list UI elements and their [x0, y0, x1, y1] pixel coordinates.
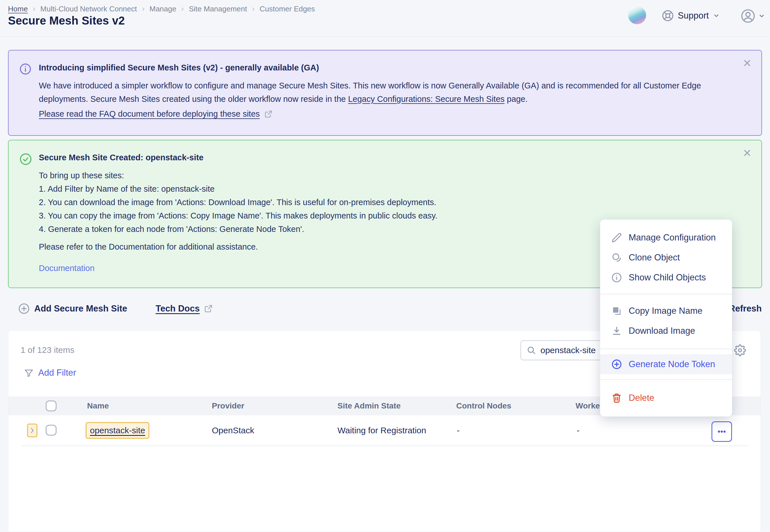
menu-item-delete[interactable]: Delete — [600, 388, 732, 408]
add-filter-button[interactable]: Add Filter — [24, 366, 76, 380]
documentation-link[interactable]: Documentation — [39, 264, 94, 273]
menu-item-label: Show Child Objects — [629, 272, 706, 283]
column-header-name: Name — [87, 397, 109, 415]
close-icon[interactable] — [741, 57, 753, 69]
cell-control-nodes: - — [457, 415, 460, 446]
success-banner-steps: To bring up these sites: 1. Add Filter b… — [39, 169, 437, 236]
user-icon — [741, 9, 755, 23]
legacy-configs-link[interactable]: Legacy Configurations: Secure Mesh Sites — [348, 94, 504, 104]
row-divider — [22, 446, 749, 446]
download-icon — [612, 326, 622, 336]
breadcrumb-manage[interactable]: Manage — [149, 5, 176, 13]
tech-docs-label: Tech Docs — [155, 304, 200, 314]
close-icon[interactable] — [741, 147, 753, 159]
menu-item-manage-configuration[interactable]: Manage Configuration — [600, 228, 732, 248]
external-link-icon — [204, 304, 213, 313]
column-header-site-admin-state: Site Admin State — [338, 397, 401, 415]
check-circle-icon — [19, 153, 32, 165]
breadcrumb-multi-cloud[interactable]: Multi-Cloud Network Connect — [40, 5, 137, 13]
success-banner-title: Secure Mesh Site Created: openstack-site — [39, 153, 204, 162]
trash-icon — [612, 393, 622, 403]
menu-item-label: Delete — [629, 393, 654, 403]
row-name-highlight[interactable]: openstack-site — [86, 422, 149, 439]
plus-circle-icon — [612, 359, 622, 369]
row-actions-context-menu: Manage Configuration Clone Object Show C… — [600, 220, 732, 416]
menu-item-label: Generate Node Token — [629, 359, 715, 369]
gear-icon — [734, 344, 746, 356]
breadcrumb-site-management[interactable]: Site Management — [189, 5, 247, 13]
assistant-orb-icon[interactable] — [628, 6, 646, 24]
menu-item-download-image[interactable]: Download Image — [600, 321, 732, 341]
support-label: Support — [678, 11, 709, 21]
info-banner-title: Introducing simplified Secure Mesh Sites… — [39, 63, 319, 72]
add-site-label: Add Secure Mesh Site — [34, 304, 127, 314]
menu-item-label: Download Image — [629, 326, 695, 336]
step-1: 1. Add Filter by Name of the site: opens… — [39, 182, 437, 196]
copy-icon — [612, 306, 622, 316]
step-2: 2. You can download the image from 'Acti… — [39, 196, 437, 209]
info-banner-body: We have introduced a simpler workflow to… — [39, 79, 730, 106]
breadcrumb-home[interactable]: Home — [8, 5, 28, 13]
life-buoy-icon — [662, 10, 674, 22]
menu-divider — [600, 349, 732, 349]
chevron-right-icon — [251, 7, 256, 11]
menu-item-label: Clone Object — [629, 252, 680, 263]
faq-row: Please read the FAQ document before depl… — [39, 109, 272, 119]
column-header-provider: Provider — [212, 397, 245, 415]
menu-item-copy-image-name[interactable]: Copy Image Name — [600, 301, 732, 321]
clone-icon — [612, 252, 622, 263]
table-settings-button[interactable] — [733, 343, 747, 357]
info-icon — [19, 63, 31, 75]
step-4: 4. Generate a token for each node from '… — [39, 222, 437, 236]
tech-docs-link[interactable]: Tech Docs — [155, 301, 213, 316]
refresh-button[interactable]: Refresh — [729, 301, 762, 316]
success-banner-note: Please refer to the Documentation for ad… — [39, 242, 258, 252]
info-icon — [612, 272, 622, 283]
menu-item-show-child-objects[interactable]: Show Child Objects — [600, 268, 732, 288]
cell-provider: OpenStack — [212, 415, 254, 446]
menu-item-label: Copy Image Name — [629, 306, 702, 316]
search-icon — [527, 346, 536, 355]
faq-link[interactable]: Please read the FAQ document before depl… — [39, 109, 260, 119]
add-filter-label: Add Filter — [38, 368, 76, 378]
row-actions-button[interactable] — [712, 421, 732, 442]
column-header-control-nodes: Control Nodes — [456, 397, 511, 415]
chevron-down-icon — [713, 12, 720, 19]
pencil-icon — [612, 232, 622, 243]
chevron-right-icon — [141, 7, 145, 11]
add-secure-mesh-site-button[interactable]: Add Secure Mesh Site — [18, 301, 127, 316]
row-expand-button[interactable] — [27, 424, 37, 437]
row-checkbox[interactable] — [46, 425, 56, 436]
ellipsis-icon — [717, 426, 727, 437]
site-name-link[interactable]: openstack-site — [90, 426, 145, 435]
cell-worker-nodes: - — [577, 415, 580, 446]
breadcrumb-customer-edges: Customer Edges — [260, 5, 315, 13]
info-banner: Introducing simplified Secure Mesh Sites… — [8, 50, 762, 136]
menu-item-label: Manage Configuration — [629, 232, 716, 243]
account-menu[interactable] — [741, 9, 765, 23]
info-banner-text-suffix: page. — [504, 94, 527, 104]
secure-mesh-sites-page: Home Multi-Cloud Network Connect Manage … — [0, 0, 770, 532]
items-count: 1 of 123 items — [21, 345, 74, 355]
chevron-down-icon — [758, 13, 765, 19]
filter-funnel-icon — [24, 368, 34, 378]
step-3: 3. You can copy the image from 'Actions:… — [39, 209, 437, 222]
header-divider — [0, 36, 770, 37]
external-link-icon — [264, 110, 272, 118]
chevron-right-icon — [29, 427, 36, 434]
breadcrumb: Home Multi-Cloud Network Connect Manage … — [8, 5, 315, 13]
refresh-label: Refresh — [729, 304, 762, 314]
plus-circle-icon — [18, 303, 30, 314]
select-all-checkbox[interactable] — [46, 400, 56, 411]
steps-intro: To bring up these sites: — [39, 169, 437, 182]
chevron-right-icon — [180, 7, 185, 11]
menu-divider — [600, 294, 732, 294]
menu-item-clone-object[interactable]: Clone Object — [600, 248, 732, 268]
cell-site-admin-state: Waiting for Registration — [338, 415, 426, 446]
chevron-right-icon — [32, 7, 36, 11]
menu-divider — [600, 379, 732, 380]
menu-item-generate-node-token[interactable]: Generate Node Token — [600, 354, 732, 374]
support-menu[interactable]: Support — [662, 10, 720, 22]
page-title: Secure Mesh Sites v2 — [8, 14, 125, 27]
